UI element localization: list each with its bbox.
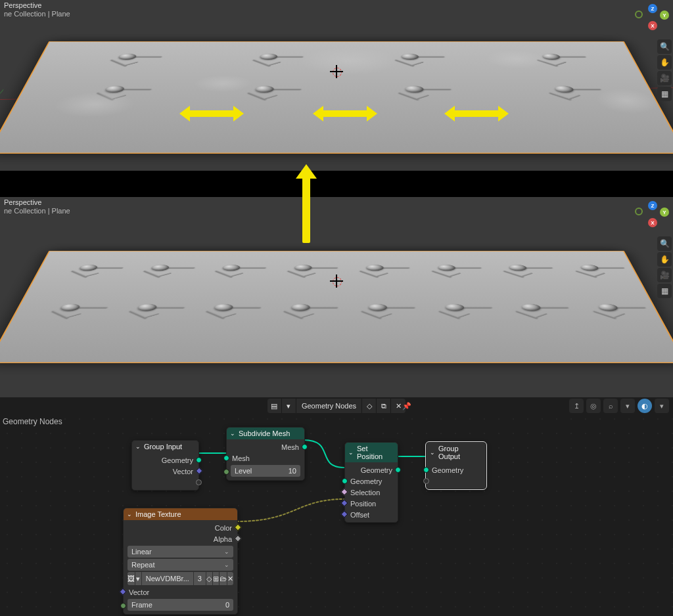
field-frame[interactable]: Frame 0: [128, 599, 233, 611]
image-datablock-field[interactable]: 🖼 ▾ NewVDMBr... 3 ◇ ⊞ 🗁 ✕: [128, 572, 233, 585]
node-title: Image Texture: [135, 510, 181, 518]
pin-toggle[interactable]: 📌: [402, 402, 411, 410]
field-frame-value[interactable]: 0: [225, 601, 229, 609]
annotation-arrow-horizontal: [189, 110, 235, 117]
socket-geometry-out[interactable]: Geometry: [345, 464, 398, 475]
zoom-icon[interactable]: 🔍: [657, 236, 672, 251]
chevron-down-icon[interactable]: ⌄: [430, 449, 435, 456]
zoom-icon[interactable]: 🔍: [657, 39, 672, 54]
socket-vector-in[interactable]: Vector: [124, 586, 237, 598]
stamp: [348, 261, 399, 280]
socket-selection-in[interactable]: Selection: [345, 487, 398, 498]
node-title: Subdivide Mesh: [239, 429, 290, 437]
hand-icon[interactable]: ✋: [657, 252, 672, 267]
viewport-bottom[interactable]: Perspective ne Collection | Plane: [0, 197, 673, 397]
socket-mesh-in[interactable]: Mesh: [227, 452, 304, 464]
chevron-down-icon[interactable]: ⌄: [135, 443, 141, 450]
chevron-down-icon[interactable]: ⌄: [348, 449, 354, 456]
image-icon[interactable]: 🖼: [128, 572, 135, 585]
chevron-down-icon[interactable]: ▾: [655, 399, 669, 413]
overlay-toggle[interactable]: ◐: [638, 399, 652, 413]
axis-gizmo-x[interactable]: X: [648, 218, 657, 227]
chevron-down-icon[interactable]: ▾: [135, 572, 142, 585]
stamp: [112, 300, 173, 322]
socket-geometry-out[interactable]: Geometry: [132, 454, 198, 466]
cursor-3d: [330, 65, 343, 78]
open-image-icon[interactable]: 🗁: [220, 572, 227, 585]
grid-icon[interactable]: ▦: [657, 87, 672, 101]
unlink-icon[interactable]: ✕: [227, 572, 233, 585]
node-subdivide-mesh[interactable]: ⌄Subdivide Mesh Mesh Mesh Level 10: [226, 427, 305, 481]
socket-virtual-in[interactable]: [427, 475, 486, 487]
fake-user-toggle[interactable]: ⧉: [377, 399, 391, 413]
viewport-header-line2: ne Collection | Plane: [4, 10, 70, 18]
camera-icon[interactable]: 🎥: [657, 268, 672, 282]
chevron-down-icon[interactable]: ⌄: [230, 430, 235, 437]
datablock-icon[interactable]: ▤: [267, 399, 282, 413]
camera-icon[interactable]: 🎥: [657, 71, 672, 85]
socket-geometry-in[interactable]: Geometry: [427, 464, 486, 475]
axis-gizmo-neg[interactable]: [635, 11, 643, 18]
stamp-row: [21, 300, 651, 322]
viewport-top[interactable]: Perspective ne Collection | Plane: [0, 0, 673, 171]
viewport-side-toolbar: 🔍 ✋ 🎥 ▦: [657, 236, 672, 298]
socket-mesh-out[interactable]: Mesh: [227, 441, 304, 452]
viewport-header-line1: Perspective: [4, 1, 70, 10]
axis-gizmo-y[interactable]: Y: [660, 208, 669, 217]
viewport-header-line2: ne Collection | Plane: [4, 207, 70, 215]
target-icon[interactable]: ◎: [586, 399, 601, 413]
axis-gizmo[interactable]: Z Y X: [636, 4, 669, 37]
stamp: [201, 261, 254, 280]
stamp: [384, 83, 440, 104]
chevron-down-icon: ⌄: [224, 548, 229, 555]
field-level[interactable]: Level 10: [231, 465, 300, 477]
axis-gizmo-x[interactable]: X: [648, 21, 657, 30]
shield-icon[interactable]: ◇: [362, 399, 377, 413]
chevron-down-icon[interactable]: ▾: [620, 399, 635, 413]
chevron-down-icon[interactable]: ⌄: [127, 511, 132, 517]
stamp: [239, 51, 291, 69]
axis-gizmo[interactable]: Z Y X: [636, 201, 669, 234]
chevron-down-icon[interactable]: ▾: [282, 399, 296, 413]
field-level-value[interactable]: 10: [289, 467, 296, 475]
axis-gizmo-y[interactable]: Y: [660, 11, 669, 20]
geometry-nodes-editor[interactable]: ▤ ▾ Geometry Nodes ◇ ⧉ ✕ 📌 ↥ ◎ ⌕ ▾ ◐ ▾ G…: [0, 397, 673, 616]
plane-object-bottom[interactable]: [0, 250, 673, 363]
socket-offset-in[interactable]: Offset: [345, 509, 398, 520]
new-image-icon[interactable]: ⊞: [213, 572, 220, 585]
socket-vector-out[interactable]: Vector: [132, 466, 198, 477]
socket-color-out[interactable]: Color: [124, 522, 237, 533]
stamp: [80, 83, 141, 104]
stamp-row: [30, 83, 643, 104]
socket-alpha-out[interactable]: Alpha: [124, 533, 237, 544]
fake-user-icon[interactable]: ◇: [206, 572, 213, 585]
plane-object-top[interactable]: [0, 41, 673, 154]
axis-gizmo-neg[interactable]: [635, 208, 643, 215]
image-user-count[interactable]: 3: [194, 572, 206, 585]
viewport-header: Perspective ne Collection | Plane: [0, 0, 74, 20]
image-name[interactable]: NewVDMBr...: [142, 572, 194, 585]
node-group-input[interactable]: ⌄Group Input Geometry Vector: [131, 440, 199, 491]
node-image-texture[interactable]: ⌄Image Texture Color Alpha Linear ⌄ Repe…: [123, 508, 238, 615]
snap-icon[interactable]: ⌕: [603, 399, 618, 413]
viewport-side-toolbar: 🔍 ✋ 🎥 ▦: [657, 39, 672, 101]
grid-icon[interactable]: ▦: [657, 284, 672, 298]
node-tree-selector[interactable]: ▤ ▾ Geometry Nodes ◇ ⧉ ✕: [267, 399, 406, 413]
axis-gizmo-z[interactable]: Z: [648, 4, 657, 13]
socket-geometry-in[interactable]: Geometry: [345, 475, 398, 487]
axis-gizmo-z[interactable]: Z: [648, 201, 657, 210]
socket-virtual-out[interactable]: [132, 477, 198, 488]
dropdown-extension[interactable]: Repeat ⌄: [128, 559, 233, 571]
annotation-arrow-horizontal: [322, 110, 368, 117]
node-tree-name[interactable]: Geometry Nodes: [296, 399, 362, 413]
node-set-position[interactable]: ⌄Set Position Geometry Geometry Selectio…: [344, 442, 398, 523]
stamp: [270, 300, 325, 322]
hand-icon[interactable]: ✋: [657, 55, 672, 70]
node-editor-right-tools: ↥ ◎ ⌕ ▾ ◐ ▾: [569, 399, 669, 413]
socket-position-in[interactable]: Position: [345, 498, 398, 509]
stamp: [500, 300, 561, 322]
dropdown-interpolation[interactable]: Linear ⌄: [128, 546, 233, 558]
arrow-up-icon[interactable]: ↥: [569, 399, 584, 413]
node-group-output[interactable]: ⌄Group Output Geometry: [426, 442, 486, 489]
stamp: [418, 261, 471, 280]
